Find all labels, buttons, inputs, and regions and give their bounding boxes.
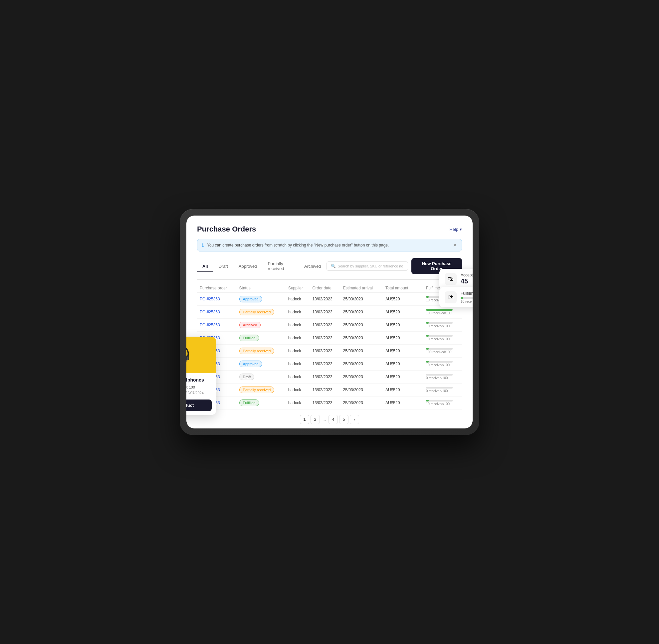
tab-all[interactable]: All [197,261,213,272]
est-arrival-cell: 25/03/2023 [341,396,383,410]
close-banner-button[interactable]: ✕ [453,243,457,248]
tablet-device: Purchase Orders Help ▾ ℹ You can create … [180,209,479,435]
table-row: PO #25363 Approved hadock 13/02/2023 25/… [197,358,462,371]
supplier-cell: hadock [286,332,310,345]
supplier-cell: hadock [286,319,310,332]
fulfillment-bar [461,297,473,299]
app-content: Purchase Orders Help ▾ ℹ You can create … [186,215,473,429]
table-row: PO #25363 Draft hadock 13/02/2023 25/03/… [197,371,462,384]
status-cell: Approved [237,358,286,371]
fulfillment-bar-track [426,322,453,324]
page-1-button[interactable]: 1 [300,415,309,424]
order-date-cell: 13/02/2023 [310,332,341,345]
page-2-button[interactable]: 2 [310,415,320,424]
fulfillment-bar-fill [426,361,429,363]
supplier-cell: hadock [286,306,310,319]
accepted-qty-value: 45 [461,277,473,285]
fulfillment-bar-fill [426,309,453,311]
page-title: Purchase Orders [197,225,256,233]
table-row: PO #25363 Archived hadock 13/02/2023 25/… [197,319,462,332]
fulfillment-icon-box: 🛍 [445,292,457,303]
page-next-button[interactable]: › [350,415,359,424]
spacer-cell [417,358,423,371]
tab-partially-received[interactable]: Partially received [262,258,299,274]
help-link[interactable]: Help ▾ [449,227,462,232]
page-5-button[interactable]: 5 [339,415,349,424]
col-total: Total amount [383,284,417,293]
page-4-button[interactable]: 4 [329,415,338,424]
product-card-image [186,337,216,373]
fulfillment-bar-track [426,387,453,389]
fulfillment-cell: 10 received/100 [423,332,462,345]
col-status: Status [237,284,286,293]
fulfillment-bar-track [426,348,453,350]
est-arrival-cell: 25/03/2023 [341,358,383,371]
pagination: 1 2 ... 4 5 › [197,415,462,424]
fulfillment-bar-label: 10 received/100 [426,363,459,367]
spacer-cell [417,345,423,358]
status-badge: Approved [239,296,262,302]
po-number-cell[interactable]: PO #25363 [197,319,237,332]
fulfillment-bar-label: 100 received/100 [426,312,459,315]
accepted-qty-label: Accepted Quantity [461,273,473,277]
supplier-cell: hadock [286,345,310,358]
search-box[interactable]: 🔍 Search by supplier, SKU or reference n… [327,261,408,271]
supplier-cell: hadock [286,293,310,306]
fulfillment-bar-fill [461,297,463,299]
tab-archived[interactable]: Archived [299,261,327,272]
status-badge: Draft [239,373,255,380]
tab-approved[interactable]: Approved [233,261,263,272]
spacer-cell [417,396,423,410]
po-number-cell[interactable]: PO #25363 [197,293,237,306]
accepted-qty-content: Accepted Quantity 45 [461,273,473,285]
info-icon: ℹ [202,243,204,248]
col-est-arrival: Estimated arrival [341,284,383,293]
product-card-body: Wireless Headphones Total Quantity: 100 … [186,373,216,415]
total-amount-cell: AU$520 [383,293,417,306]
status-cell: Partially received [237,306,286,319]
table-row: PO #25363 Fulfilled hadock 13/02/2023 25… [197,396,462,410]
table-row: PO #25363 Fulfilled hadock 13/02/2023 25… [197,332,462,345]
col-purchase-order: Purchase order [197,284,237,293]
tab-draft[interactable]: Draft [213,261,233,272]
search-icon: 🔍 [331,264,336,269]
status-cell: Draft [237,371,286,384]
est-arrival-cell: 25/03/2023 [341,345,383,358]
est-arrival-cell: 25/03/2023 [341,293,383,306]
total-amount-cell: AU$520 [383,371,417,384]
total-amount-cell: AU$520 [383,332,417,345]
table-row: PO #25363 Approved hadock 13/02/2023 25/… [197,293,462,306]
status-badge: Partially received [239,348,274,354]
product-est-arrival: Estimated Arrival: 22/07/2024 [186,390,212,396]
fulfillment-bar-label: 10 received/100 [426,324,459,328]
order-date-cell: 13/02/2023 [310,358,341,371]
supplier-cell: hadock [286,371,310,384]
po-number-cell[interactable]: PO #25363 [197,306,237,319]
total-amount-cell: AU$520 [383,345,417,358]
fulfillment-bar-track [426,335,453,337]
fulfillment-bar-fill [426,348,429,350]
status-cell: Archived [237,319,286,332]
order-date-cell: 13/02/2023 [310,345,341,358]
est-arrival-cell: 25/03/2023 [341,306,383,319]
supplier-cell: hadock [286,396,310,410]
order-date-cell: 13/02/2023 [310,319,341,332]
fulfillment-bar-label: 0 received/100 [426,376,459,380]
table-row: PO #25363 Partially received hadock 13/0… [197,306,462,319]
fulfillment-bar-label: 10 received/100 [426,402,459,406]
status-cell: Partially received [237,345,286,358]
info-banner: ℹ You can create purchase orders from sc… [197,239,462,252]
status-badge: Archived [239,322,261,328]
total-amount-cell: AU$520 [383,319,417,332]
status-badge: Approved [239,361,262,367]
fulfillment-bar-fill [426,296,429,298]
order-date-cell: 13/02/2023 [310,306,341,319]
status-badge: Partially received [239,309,274,315]
refill-product-button[interactable]: Refill Product [186,399,212,411]
fulfillment-bar-fill [426,400,429,401]
product-total-qty: Total Quantity: 100 [186,385,212,391]
purchase-orders-table: Purchase order Status Supplier Order dat… [197,284,462,410]
headphones-image [186,343,193,367]
total-amount-cell: AU$520 [383,306,417,319]
fulfillment-bar-track [426,400,453,401]
